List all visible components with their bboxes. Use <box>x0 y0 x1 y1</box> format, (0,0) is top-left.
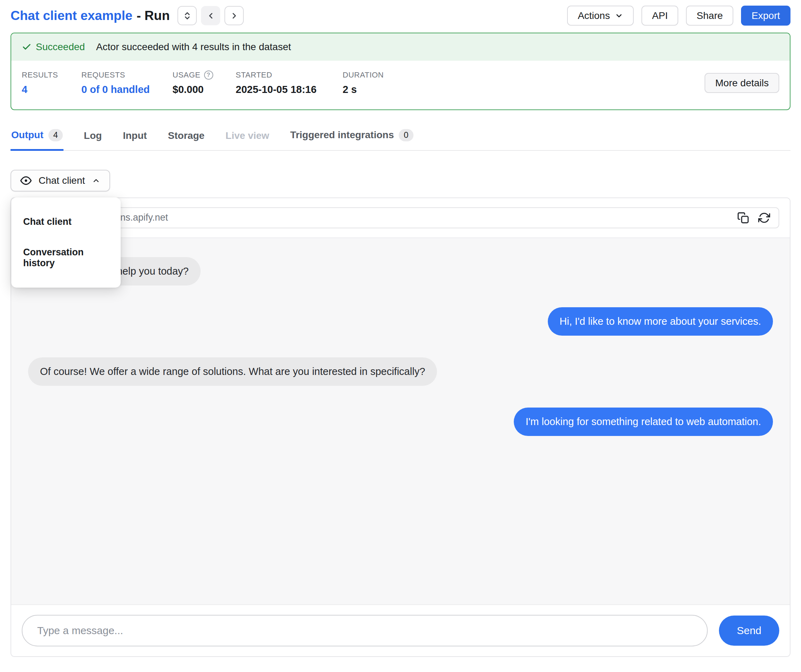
copy-icon[interactable] <box>737 212 749 224</box>
tab-live-view-label: Live view <box>225 130 269 141</box>
stat-requests-value[interactable]: 0 of 0 handled <box>81 84 172 95</box>
more-details-button[interactable]: More details <box>704 73 779 93</box>
share-button[interactable]: Share <box>686 6 733 26</box>
top-actions: Actions API Share Export <box>567 6 790 26</box>
stat-usage-value: $0.000 <box>172 84 236 95</box>
chevron-up-down-icon <box>183 11 192 20</box>
tab-output[interactable]: Output 4 <box>11 124 63 151</box>
tab-storage[interactable]: Storage <box>167 125 205 151</box>
status-banner: Succeeded Actor succeeded with 4 results… <box>11 33 790 61</box>
output-view-selector[interactable]: Chat client <box>11 170 110 191</box>
send-button[interactable]: Send <box>719 616 779 646</box>
page-title: Chat client example - Run <box>11 8 170 23</box>
status-message: Actor succeeded with 4 results in the da… <box>96 42 291 53</box>
top-bar: Chat client example - Run Actions A <box>0 0 801 33</box>
stat-duration-value: 2 s <box>343 84 413 95</box>
output-viewer: Chat client Chat client Conversation his… <box>11 170 790 657</box>
tab-triggered-integrations-label: Triggered integrations <box>290 129 394 141</box>
refresh-icon[interactable] <box>758 212 770 224</box>
check-icon <box>22 42 32 52</box>
next-run-button[interactable] <box>224 6 244 25</box>
previous-run-button[interactable] <box>201 6 220 25</box>
export-button-label: Export <box>751 10 780 21</box>
tab-live-view: Live view <box>225 125 270 151</box>
chat-messages: Hello! How can I help you today? Hi, I'd… <box>11 238 790 604</box>
eye-icon <box>20 175 32 186</box>
dropdown-item-conversation-history[interactable]: Conversation history <box>11 237 121 278</box>
api-button-label: API <box>652 10 668 21</box>
tab-storage-label: Storage <box>168 130 204 141</box>
tab-log-label: Log <box>84 130 102 141</box>
frame-header: ns.apify.net <box>11 198 790 238</box>
run-stats: RESULTS 4 REQUESTS 0 of 0 handled USAGE … <box>11 61 790 109</box>
tab-output-label: Output <box>11 129 43 141</box>
stat-started-label: STARTED <box>236 71 272 80</box>
send-button-label: Send <box>737 625 761 636</box>
export-button[interactable]: Export <box>741 6 790 26</box>
chat-input-bar: Send <box>11 604 790 656</box>
api-button[interactable]: API <box>642 6 678 26</box>
chat-message-user: I'm looking for something related to web… <box>514 408 773 436</box>
chevron-up-icon <box>92 177 100 185</box>
chat-client-frame: ns.apify.net Hello! How can I help you t… <box>11 198 790 657</box>
actions-button[interactable]: Actions <box>567 6 634 26</box>
tab-output-badge: 4 <box>48 129 63 141</box>
stat-requests-label: REQUESTS <box>81 71 125 80</box>
chat-message-bot: Of course! We offer a wide range of solu… <box>28 357 437 386</box>
tab-triggered-integrations[interactable]: Triggered integrations 0 <box>290 124 414 151</box>
run-navigation <box>177 6 244 25</box>
chevron-down-icon <box>615 11 623 20</box>
tab-triggered-integrations-badge: 0 <box>399 129 413 141</box>
output-view-dropdown: Chat client Conversation history <box>11 198 121 288</box>
stat-results: RESULTS 4 <box>22 71 81 95</box>
share-button-label: Share <box>696 10 723 21</box>
more-details-label: More details <box>715 77 769 89</box>
dropdown-item-chat-client[interactable]: Chat client <box>11 207 121 237</box>
tab-input[interactable]: Input <box>122 125 147 151</box>
stat-usage-label: USAGE <box>172 71 201 80</box>
status-state: Succeeded <box>22 42 85 53</box>
stat-started-value: 2025-10-05 18:16 <box>236 84 343 95</box>
help-icon[interactable]: ? <box>204 71 213 80</box>
message-input[interactable] <box>22 615 708 646</box>
output-view-selector-label: Chat client <box>39 175 85 186</box>
stat-duration: DURATION 2 s <box>343 71 413 95</box>
page-title-suffix: - Run <box>137 8 170 23</box>
url-bar: ns.apify.net <box>22 207 779 228</box>
stat-usage: USAGE ? $0.000 <box>172 71 236 95</box>
actor-title-link[interactable]: Chat client example <box>11 8 133 23</box>
frame-url: ns.apify.net <box>120 212 168 223</box>
stat-started: STARTED 2025-10-05 18:16 <box>236 71 343 95</box>
tab-input-label: Input <box>123 130 146 141</box>
actions-button-label: Actions <box>577 10 610 21</box>
chat-message-user: Hi, I'd like to know more about your ser… <box>548 307 773 336</box>
tab-log[interactable]: Log <box>83 125 102 151</box>
status-state-label: Succeeded <box>36 42 85 53</box>
stat-requests: REQUESTS 0 of 0 handled <box>81 71 172 95</box>
stat-results-label: RESULTS <box>22 71 58 80</box>
stat-results-value[interactable]: 4 <box>22 84 81 95</box>
chevron-right-icon <box>230 11 239 20</box>
run-selector-button[interactable] <box>177 6 197 25</box>
url-bar-actions <box>737 212 770 224</box>
run-tabs: Output 4 Log Input Storage Live view Tri… <box>11 124 790 151</box>
run-status-card: Succeeded Actor succeeded with 4 results… <box>11 33 790 110</box>
chevron-left-icon <box>206 11 216 20</box>
stat-duration-label: DURATION <box>343 71 384 80</box>
